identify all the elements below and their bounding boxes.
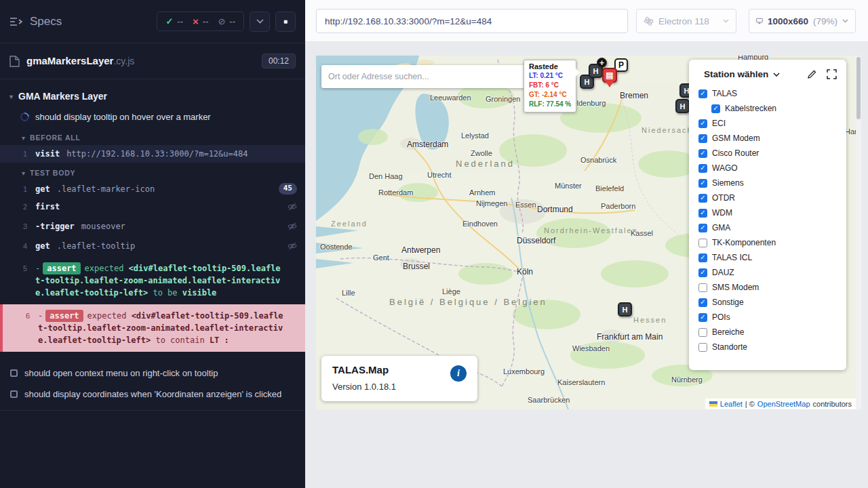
checked-checkbox[interactable]: ✓ [698, 298, 707, 307]
tooltip-measurement: GT: -2.14 °C [529, 90, 571, 100]
station-marker[interactable]: H [618, 302, 632, 317]
map-place-label: Luxembourg [503, 367, 545, 375]
station-filter-item[interactable]: TK-Komponenten [698, 235, 837, 250]
page-scrollbar[interactable] [856, 56, 861, 409]
tooltip-title: Rastede [529, 62, 571, 70]
url-bar[interactable] [316, 9, 628, 33]
command-row[interactable]: 4 get .leaflet-tooltip [0, 237, 305, 257]
station-filter-item[interactable]: ✓DAUZ [698, 265, 837, 280]
edit-pencil-icon[interactable] [807, 69, 817, 79]
station-filter-item[interactable]: Bereiche [698, 325, 837, 340]
station-filter-item[interactable]: ✓WAGO [698, 161, 837, 176]
assert-row-passed[interactable]: 5 -assertexpected <div#leaflet-tooltip-5… [0, 257, 305, 304]
checked-checkbox[interactable]: ✓ [698, 164, 707, 173]
specs-menu-icon[interactable] [9, 16, 23, 27]
checked-checkbox[interactable]: ✓ [711, 104, 720, 113]
map-place-label: Wiesbaden [572, 344, 610, 352]
station-filter-item[interactable]: ✓Siemens [698, 176, 837, 190]
map-place-label: Rotterdam [378, 188, 413, 197]
map-place-label: Lille [342, 289, 355, 297]
station-filter-item[interactable]: Standorte [698, 340, 837, 354]
stop-button[interactable]: ■ [275, 12, 296, 32]
map-search-input[interactable] [328, 72, 519, 81]
url-input[interactable] [325, 16, 619, 26]
command-row[interactable]: 1 visit http://192.168.10.33:3000/?m=12&… [0, 145, 305, 163]
station-filter-label: WAGO [712, 163, 738, 173]
checked-checkbox[interactable]: ✓ [698, 194, 707, 203]
checked-checkbox[interactable]: ✓ [698, 179, 707, 188]
station-filter-item[interactable]: ✓OTDR [698, 190, 837, 205]
map-place-label: Leeuwarden [430, 94, 471, 102]
unchecked-checkbox[interactable] [698, 343, 707, 352]
map-place-label: Liège [442, 287, 460, 296]
station-filter-item[interactable]: ✓Kabelstrecken [711, 101, 837, 116]
command-row[interactable]: 1 get .leaflet-marker-icon 45 [0, 180, 305, 198]
station-select-dropdown[interactable]: Station wählen [704, 69, 780, 79]
checked-checkbox[interactable]: ✓ [698, 134, 707, 143]
station-filter-item[interactable]: ✓WDM [698, 205, 837, 220]
before-all-section[interactable]: ▾ BEFORE ALL [0, 127, 305, 145]
unchecked-checkbox[interactable] [698, 239, 707, 247]
station-filter-item[interactable]: SMS Modem [698, 280, 837, 295]
station-filter-item[interactable]: ✓GMA [698, 220, 837, 235]
test-body-section[interactable]: ▾ TEST BODY [0, 163, 305, 180]
viewport-selector[interactable]: 1000x660 (79%) [749, 9, 856, 33]
station-marker[interactable]: H [675, 99, 690, 113]
station-filter-item[interactable]: ✓Sonstige [698, 295, 837, 310]
map-place-label: Brussel [403, 262, 430, 271]
station-filter-item[interactable]: ✓GSM Modem [698, 131, 837, 146]
map-search-box[interactable] [321, 65, 526, 88]
map-place-label: Den Haag [369, 172, 403, 180]
checked-checkbox[interactable]: ✓ [698, 209, 707, 218]
alert-marker[interactable]: ▤ [602, 68, 617, 83]
scrollbar-thumb[interactable] [856, 57, 861, 119]
checked-checkbox[interactable]: ✓ [698, 224, 707, 232]
pending-test-row[interactable]: should display coordinates when 'Koordin… [0, 384, 305, 405]
map-place-label: Lelystad [461, 131, 489, 140]
attribution-divider: | © [745, 400, 755, 408]
spec-name: gmaMarkersLayer [26, 55, 113, 66]
cluster-plus-marker[interactable]: + [597, 58, 607, 68]
checked-checkbox[interactable]: ✓ [698, 253, 707, 262]
station-filter-item[interactable]: ✓Cisco Router [698, 146, 837, 161]
info-button[interactable]: i [450, 365, 467, 382]
checked-checkbox[interactable]: ✓ [698, 268, 707, 277]
station-filter-list: ✓TALAS✓Kabelstrecken✓ECI✓GSM Modem✓Cisco… [698, 86, 837, 354]
station-filter-item[interactable]: ✓ECI [698, 116, 837, 131]
stat-pending: ⊘-- [218, 16, 235, 26]
station-filter-item[interactable]: ✓TALAS [698, 86, 837, 101]
osm-link[interactable]: OpenStreetMap [757, 400, 810, 408]
assert-message: -assertexpected <div#leaflet-tooltip-509… [35, 262, 281, 299]
station-filter-item[interactable]: ✓POIs [698, 310, 837, 325]
fullscreen-expand-icon[interactable] [827, 69, 837, 79]
unchecked-checkbox[interactable] [698, 283, 707, 292]
map-place-label: Eindhoven [462, 220, 498, 228]
checked-checkbox[interactable]: ✓ [698, 149, 707, 158]
unchecked-checkbox[interactable] [698, 328, 707, 337]
assert-row-failed[interactable]: 6 -assertexpected <div#leaflet-tooltip-5… [0, 304, 305, 352]
station-filter-item[interactable]: ✓TALAS ICL [698, 250, 837, 265]
spec-file-row[interactable]: gmaMarkersLayer.cy.js 00:12 [0, 43, 305, 79]
leaflet-map[interactable]: HamburgBremenOldenburgGroningenLeeuwarde… [316, 56, 856, 409]
command-row[interactable]: 3 -trigger mouseover [0, 218, 305, 237]
map-attribution: Leaflet | © OpenStreetMap contributors [705, 399, 856, 409]
checked-checkbox[interactable]: ✓ [698, 119, 707, 128]
suite-row[interactable]: ▾ GMA Markers Layer [0, 85, 305, 108]
marker-glyph: H [680, 102, 686, 110]
map-place-label: Düsseldorf [517, 236, 555, 245]
checked-checkbox[interactable]: ✓ [698, 89, 707, 98]
element-count-badge: 45 [279, 183, 297, 195]
leaflet-link[interactable]: Leaflet [720, 400, 743, 408]
browser-selector[interactable]: Electron 118 [636, 9, 736, 33]
station-filter-label: TALAS ICL [712, 253, 752, 262]
active-test-row[interactable]: should display tooltip on hover over a m… [0, 108, 305, 127]
collapse-chevron-button[interactable] [250, 12, 270, 32]
pending-test-row[interactable]: should open context menu on right-click … [0, 363, 305, 384]
stop-icon: ■ [283, 18, 288, 25]
station-filter-label: ECI [712, 119, 726, 128]
command-row[interactable]: 2 first [0, 198, 305, 218]
checked-checkbox[interactable]: ✓ [698, 313, 707, 322]
attribution-suffix: contributors [813, 400, 852, 408]
marker-tooltip[interactable]: Rastede LT: 0.21 °CFBT: 6 °CGT: -2.14 °C… [524, 60, 576, 113]
map-place-label: Arnhem [469, 188, 496, 197]
